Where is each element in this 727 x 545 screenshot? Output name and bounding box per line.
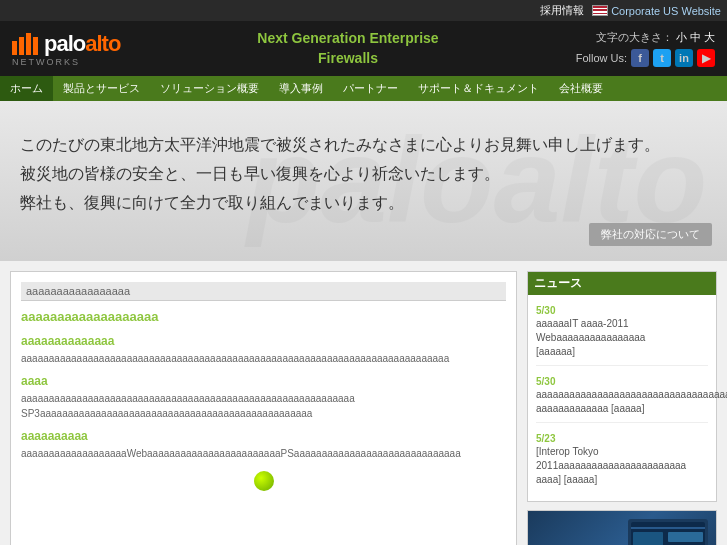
left-column: aaaaaaaaaaaaaaaaa aaaaaaaaaaaaaaaaaaa aa… [10,271,517,545]
nav-item-partners[interactable]: パートナー [333,76,408,101]
green-ball-icon [254,471,274,491]
paloalto-logo-icon [12,33,40,55]
svg-rect-7 [633,532,663,545]
facebook-icon[interactable]: f [631,49,649,67]
font-large-btn[interactable]: 大 [704,30,715,45]
logo-text: paloalto [44,31,120,57]
response-button[interactable]: 弊社の対応について [589,223,712,246]
svg-rect-2 [26,33,31,55]
section-1-title[interactable]: aaaa [21,374,506,388]
nav: ホーム 製品とサービス ソリューション概要 導入事例 パートナー サポート＆ドキ… [0,76,727,101]
left-col-subtitle[interactable]: aaaaaaaaaaaaaaaaaaa [21,309,506,324]
news-item-1: 5/30 aaaaaaaaaaaaaaaaaaaaaaaaaaaaaaaaaaa… [536,374,708,423]
nav-item-solutions[interactable]: ソリューション概要 [150,76,269,101]
hero-line1: このたびの東北地方太平洋沖地震で被災されたみなさまに心よりお見舞い申し上げます。 [20,136,660,153]
section-0-title[interactable]: aaaaaaaaaaaaaa [21,334,506,348]
tagline-line1: Next Generation Enterprise [140,29,555,49]
main-content: aaaaaaaaaaaaaaaaa aaaaaaaaaaaaaaaaaaa aa… [0,261,727,545]
nav-item-products[interactable]: 製品とサービス [53,76,150,101]
header-center: Next Generation Enterprise Firewalls [140,29,555,68]
news-date-0: 5/30 [536,305,555,316]
linkedin-icon[interactable]: in [675,49,693,67]
top-bar: 採用情報 Corporate US Website [0,0,727,21]
svg-rect-1 [19,37,24,55]
header: paloalto NETWORKS Next Generation Enterp… [0,21,727,76]
section-2-title[interactable]: aaaaaaaaaa [21,429,506,443]
right-column: ニュース 5/30 aaaaaaIT aaaa-2011 Webaaaaaaaa… [527,271,717,545]
content-section-0: aaaaaaaaaaaaaa aaaaaaaaaaaaaaaaaaaaaaaaa… [21,334,506,366]
nav-item-cases[interactable]: 導入事例 [269,76,333,101]
demo-screenshot-icon [628,519,708,545]
tagline-line2: Firewalls [140,49,555,69]
news-date-1: 5/30 [536,376,555,387]
section-1-body: aaaaaaaaaaaaaaaaaaaaaaaaaaaaaaaaaaaaaaaa… [21,391,506,421]
corp-website-link[interactable]: Corporate US Website [592,5,721,17]
left-col-title: aaaaaaaaaaaaaaaaa [21,282,506,301]
hero-line3: 弊社も、復興に向けて全力で取り組んでまいります。 [20,194,404,211]
news-section: ニュース 5/30 aaaaaaIT aaaa-2011 Webaaaaaaaa… [527,271,717,502]
content-section-1: aaaa aaaaaaaaaaaaaaaaaaaaaaaaaaaaaaaaaaa… [21,374,506,421]
hero-text: このたびの東北地方太平洋沖地震で被災されたみなさまに心よりお見舞い申し上げます。… [20,131,707,217]
nav-item-home[interactable]: ホーム [0,76,53,101]
twitter-icon[interactable]: t [653,49,671,67]
news-title: ニュース [528,272,716,295]
news-text-2[interactable]: [Interop Tokyo 2011aaaaaaaaaaaaaaaaaaaaa… [536,445,708,487]
news-item-0: 5/30 aaaaaaIT aaaa-2011 Webaaaaaaaaaaaaa… [536,303,708,366]
nav-item-company[interactable]: 会社概要 [549,76,613,101]
news-text-0[interactable]: aaaaaaIT aaaa-2011 Webaaaaaaaaaaaaaaaa[a… [536,317,708,359]
follow-label: Follow Us: [576,52,627,64]
demo-image [528,511,716,545]
header-right: 文字の大きさ： 小 中 大 Follow Us: f t in ▶ [576,30,715,67]
news-date-2: 5/23 [536,433,555,444]
hero-banner: paloalto このたびの東北地方太平洋沖地震で被災されたみなさまに心よりお見… [0,101,727,261]
font-size-label: 文字の大きさ： [596,30,673,45]
nav-item-support[interactable]: サポート＆ドキュメント [408,76,549,101]
svg-rect-6 [631,527,705,529]
section-0-body: aaaaaaaaaaaaaaaaaaaaaaaaaaaaaaaaaaaaaaaa… [21,351,506,366]
recruit-link[interactable]: 採用情報 [540,3,584,18]
svg-rect-0 [12,41,17,55]
hero-line2: 被災地の皆様の安全と、一日も早い復興を心より祈念いたします。 [20,165,500,182]
logo-sub: NETWORKS [12,57,80,67]
section-2-body: aaaaaaaaaaaaaaaaaaaWebaaaaaaaaaaaaaaaaaa… [21,446,506,461]
font-small-btn[interactable]: 小 [676,30,687,45]
tagline: Next Generation Enterprise Firewalls [140,29,555,68]
font-size-control: 文字の大きさ： 小 中 大 [596,30,715,45]
font-mid-btn[interactable]: 中 [690,30,701,45]
demo-banner[interactable]: パロアルトネットワークスの 製品デモがご覧いただけます [527,510,717,545]
corp-website-label: Corporate US Website [611,5,721,17]
news-item-2: 5/23 [Interop Tokyo 2011aaaaaaaaaaaaaaaa… [536,431,708,493]
news-text-1[interactable]: aaaaaaaaaaaaaaaaaaaaaaaaaaaaaaaaaaaaaaaa… [536,388,708,416]
follow-us: Follow Us: f t in ▶ [576,49,715,67]
content-section-2: aaaaaaaaaa aaaaaaaaaaaaaaaaaaaWebaaaaaaa… [21,429,506,461]
svg-rect-3 [33,37,38,55]
youtube-icon[interactable]: ▶ [697,49,715,67]
us-flag-icon [592,5,608,16]
logo-area: paloalto NETWORKS [12,31,120,67]
svg-rect-8 [668,532,703,542]
